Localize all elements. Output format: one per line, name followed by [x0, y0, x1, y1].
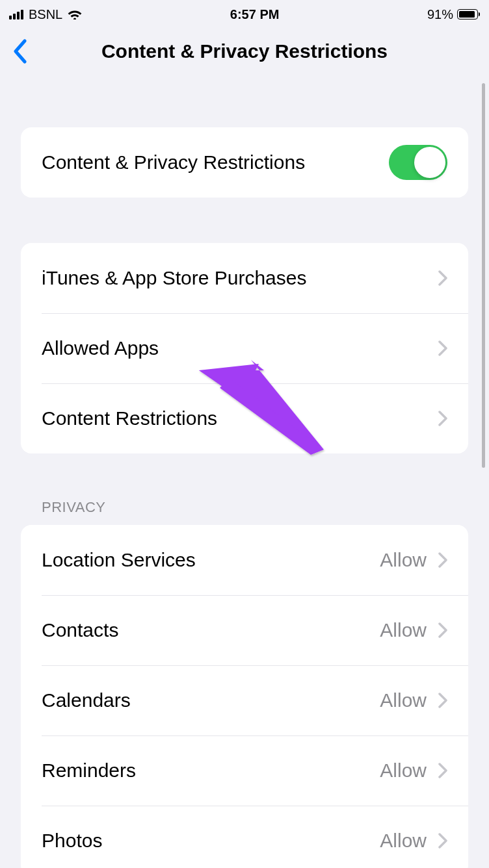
row-label: iTunes & App Store Purchases — [42, 267, 306, 289]
chevron-right-icon — [438, 270, 447, 286]
row-label: Photos — [42, 830, 102, 852]
back-button[interactable] — [7, 34, 33, 69]
row-value: Allow — [380, 689, 427, 711]
row-value: Allow — [380, 619, 427, 641]
row-label: Content Restrictions — [42, 407, 217, 429]
toggle-knob — [414, 147, 445, 178]
chevron-right-icon — [438, 763, 447, 778]
contacts-row[interactable]: Contacts Allow — [21, 595, 468, 665]
calendars-row[interactable]: Calendars Allow — [21, 665, 468, 735]
row-label: Location Services — [42, 549, 196, 571]
carrier-label: BSNL — [29, 7, 62, 22]
chevron-right-icon — [438, 411, 447, 426]
content-restrictions-row[interactable]: Content Restrictions — [21, 383, 468, 453]
row-label: Calendars — [42, 689, 131, 711]
photos-row[interactable]: Photos Allow — [21, 806, 468, 868]
chevron-right-icon — [438, 693, 447, 708]
battery-percent: 91% — [427, 7, 453, 22]
status-time: 6:57 PM — [230, 7, 280, 22]
row-value: Allow — [380, 760, 427, 782]
cellular-signal-icon — [9, 9, 23, 19]
reminders-row[interactable]: Reminders Allow — [21, 735, 468, 806]
content-privacy-toggle-row[interactable]: Content & Privacy Restrictions — [21, 127, 468, 198]
nav-header: Content & Privacy Restrictions — [0, 29, 489, 74]
chevron-right-icon — [438, 833, 447, 849]
location-services-row[interactable]: Location Services Allow — [21, 525, 468, 595]
master-toggle-section: Content & Privacy Restrictions — [21, 127, 468, 198]
content-area: Content & Privacy Restrictions iTunes & … — [0, 127, 489, 868]
scroll-indicator[interactable] — [482, 83, 485, 468]
battery-icon — [457, 9, 480, 19]
chevron-right-icon — [438, 552, 447, 568]
privacy-section-header: PRIVACY — [21, 499, 468, 525]
allowed-apps-row[interactable]: Allowed Apps — [21, 313, 468, 383]
row-label: Reminders — [42, 760, 136, 782]
row-label: Allowed Apps — [42, 337, 159, 359]
chevron-left-icon — [12, 39, 27, 64]
wifi-icon — [68, 9, 82, 19]
privacy-section: Location Services Allow Contacts Allow — [21, 525, 468, 868]
row-label: Contacts — [42, 619, 118, 641]
status-left: BSNL — [9, 7, 82, 22]
status-right: 91% — [427, 7, 480, 22]
row-value: Allow — [380, 830, 427, 852]
row-value: Allow — [380, 549, 427, 571]
toggle-switch[interactable] — [389, 145, 447, 180]
restrictions-section: iTunes & App Store Purchases Allowed App… — [21, 243, 468, 453]
page-title: Content & Privacy Restrictions — [0, 40, 489, 62]
privacy-section-wrapper: PRIVACY Location Services Allow Contacts… — [21, 499, 468, 868]
status-bar: BSNL 6:57 PM 91% — [0, 0, 489, 29]
itunes-purchases-row[interactable]: iTunes & App Store Purchases — [21, 243, 468, 313]
chevron-right-icon — [438, 340, 447, 356]
chevron-right-icon — [438, 622, 447, 638]
row-label: Content & Privacy Restrictions — [42, 151, 305, 173]
